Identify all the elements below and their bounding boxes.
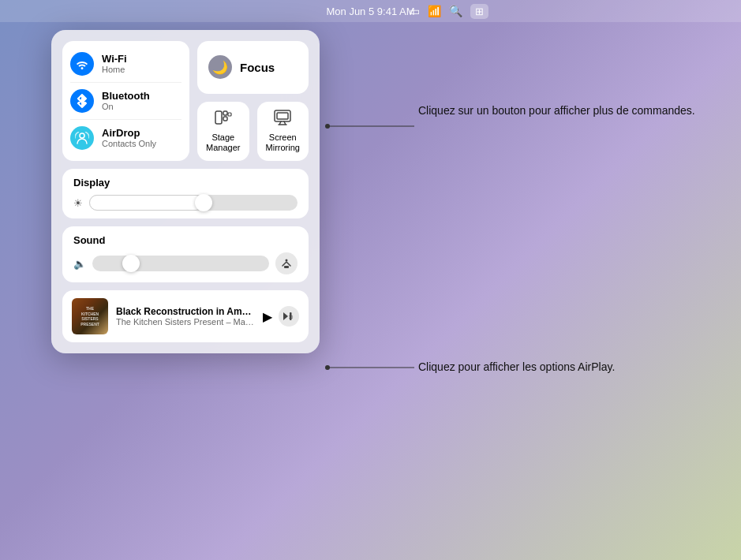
airdrop-text: AirDrop Contacts Only [102,127,156,150]
screen-mirroring-tile[interactable]: Screen Mirroring [257,102,309,161]
svg-point-8 [286,259,288,262]
bottom-right-tiles: Stage Manager Screen Mirroring [197,102,309,161]
sound-label: Sound [73,234,298,246]
svg-rect-7 [284,266,289,268]
bluetooth-title: Bluetooth [102,90,150,103]
album-art: THEKITCHENSISTERSPRESENT [72,298,108,334]
focus-icon: 🌙 [208,55,232,79]
airplay-button[interactable] [275,252,298,274]
svg-rect-2 [223,111,227,115]
airdrop-tile[interactable]: AirDrop Contacts Only [70,120,182,156]
bluetooth-tile[interactable]: Bluetooth On [70,83,182,120]
focus-label: Focus [240,61,275,74]
callout-top: Cliquez sur un bouton pour afficher plus… [324,103,695,150]
svg-text:30: 30 [289,315,294,319]
callout-top-text: Cliquez sur un bouton pour afficher plus… [418,103,695,119]
callout-bottom: Cliquez pour afficher les options AirPla… [324,359,615,375]
airdrop-title: AirDrop [102,127,156,140]
control-center-panel: Wi-Fi Home Bluetooth On [51,30,320,353]
now-playing-section: THEKITCHENSISTERSPRESENT Black Reconstru… [62,290,309,342]
display-label: Display [73,177,298,189]
wifi-title: Wi-Fi [102,53,127,65]
album-art-text: THEKITCHENSISTERSPRESENT [80,306,99,327]
bluetooth-icon [70,89,94,113]
screen-mirroring-icon [274,110,291,129]
skip-button[interactable]: 30 [279,306,299,327]
wifi-menu-icon: 📶 [428,5,441,17]
brightness-slider-row: ☀ [73,195,298,211]
airdrop-icon [70,126,94,150]
search-icon[interactable]: 🔍 [449,5,462,17]
wifi-tile[interactable]: Wi-Fi Home [70,46,182,83]
callout-bottom-text: Cliquez pour afficher les options AirPla… [418,359,615,375]
now-playing-controls: ▶ 30 [263,306,299,327]
bluetooth-text: Bluetooth On [102,90,150,113]
sound-section: Sound 🔈 [62,226,309,282]
wifi-subtitle: Home [102,65,127,75]
callout-top-line [324,103,418,150]
svg-rect-1 [215,111,222,124]
play-button[interactable]: ▶ [263,309,272,324]
network-tiles-group: Wi-Fi Home Bluetooth On [62,41,189,161]
svg-rect-6 [277,113,288,119]
now-playing-info: Black Reconstruction in America... The K… [116,306,255,327]
svg-point-0 [80,133,84,138]
right-tiles-column: 🌙 Focus Stage Manager [197,41,309,161]
svg-rect-3 [223,117,227,121]
volume-slider-row: 🔈 [73,252,298,274]
menu-bar: ▭ 📶 🔍 ⊞ Mon Jun 5 9:41 AM [0,0,741,22]
volume-slider[interactable] [92,256,269,271]
screen-mirroring-label: Screen Mirroring [264,133,303,153]
focus-tile[interactable]: 🌙 Focus [197,41,309,94]
stage-manager-tile[interactable]: Stage Manager [197,102,249,161]
volume-icon: 🔈 [73,258,86,270]
airdrop-subtitle: Contacts Only [102,139,156,149]
callout-bottom-line [324,360,418,375]
brightness-icon: ☀ [73,197,83,209]
wifi-icon [70,52,94,76]
stage-manager-label: Stage Manager [204,133,243,153]
now-playing-title: Black Reconstruction in America... [116,306,255,317]
stage-manager-icon [215,110,232,129]
wifi-text: Wi-Fi Home [102,53,127,76]
display-section: Display ☀ [62,169,309,218]
menu-bar-status-icons: ▭ 📶 🔍 ⊞ [410,4,488,19]
date-time: Mon Jun 5 9:41 AM [326,6,414,17]
now-playing-artist: The Kitchen Sisters Present – March 7, 2… [116,317,255,327]
bluetooth-subtitle: On [102,102,150,112]
control-center-icon[interactable]: ⊞ [470,4,488,19]
svg-rect-4 [228,113,231,116]
top-tiles-row: Wi-Fi Home Bluetooth On [62,41,309,161]
brightness-slider[interactable] [89,195,298,211]
